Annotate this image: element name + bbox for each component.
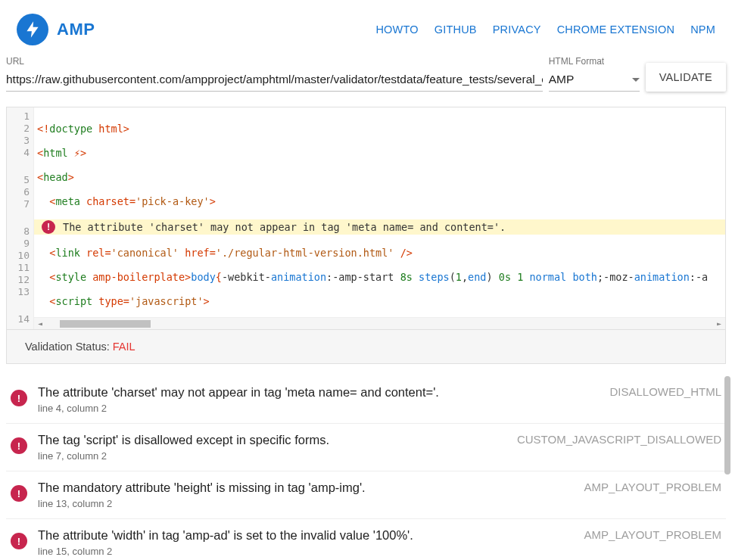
url-field-group: URL [6, 56, 543, 92]
error-location: line 4, column 2 [38, 403, 721, 414]
code-editor[interactable]: 1 2 3 4 5 6 7 8 9 10 11 12 13 14 <!docty… [6, 107, 726, 330]
error-location: line 7, column 2 [38, 450, 721, 462]
scrollbar-thumb[interactable] [60, 320, 151, 328]
error-item[interactable]: ! The attribute 'charset' may not appear… [6, 376, 726, 424]
error-icon: ! [11, 533, 27, 549]
dropdown-icon [632, 78, 640, 82]
error-message: The attribute 'width' in tag 'amp-ad' is… [38, 528, 413, 543]
amp-logo-icon [17, 14, 48, 45]
scroll-left-icon[interactable]: ◄ [34, 319, 46, 328]
validation-status: Validation Status: FAIL [6, 330, 726, 364]
code-area[interactable]: <!doctype html> <html ⚡> <head> <meta ch… [34, 107, 725, 329]
nav-privacy[interactable]: PRIVACY [493, 23, 541, 36]
logo-area: AMP [17, 14, 95, 45]
nav-howto[interactable]: HOWTO [375, 23, 418, 36]
scroll-right-icon[interactable]: ► [713, 319, 725, 328]
brand-text: AMP [57, 20, 95, 39]
error-icon: ! [42, 220, 55, 234]
status-label: Validation Status: [25, 341, 113, 353]
inline-error: !The attribute 'charset' may not appear … [34, 219, 725, 235]
header: AMP HOWTO GITHUB PRIVACY CHROME EXTENSIO… [0, 0, 732, 56]
horizontal-scrollbar[interactable]: ◄ ► [34, 317, 725, 329]
gutter: 1 2 3 4 5 6 7 8 9 10 11 12 13 14 [7, 107, 34, 329]
nav-chrome-extension[interactable]: CHROME EXTENSION [557, 23, 674, 36]
error-list: ! The attribute 'charset' may not appear… [6, 376, 726, 560]
url-label: URL [6, 56, 543, 67]
error-message: The mandatory attribute 'height' is miss… [38, 481, 366, 495]
error-code: AMP_LAYOUT_PROBLEM [584, 528, 721, 541]
url-input[interactable] [6, 68, 543, 92]
format-value: AMP [549, 73, 575, 86]
format-select-group: HTML Format AMP [549, 56, 640, 92]
error-code: DISALLOWED_HTML [609, 385, 721, 398]
error-icon: ! [11, 437, 27, 454]
error-item[interactable]: ! The mandatory attribute 'height' is mi… [6, 471, 726, 519]
vertical-scrollbar[interactable] [721, 376, 732, 560]
error-icon: ! [11, 390, 27, 406]
nav-npm[interactable]: NPM [690, 23, 715, 36]
error-icon: ! [11, 485, 27, 502]
status-value: FAIL [113, 341, 135, 353]
format-select[interactable]: AMP [549, 68, 640, 92]
scrollbar-thumb[interactable] [724, 376, 730, 474]
error-message: The attribute 'charset' may not appear i… [38, 385, 439, 400]
error-location: line 15, column 2 [38, 546, 721, 557]
controls-row: URL HTML Format AMP VALIDATE [0, 56, 732, 92]
nav-links: HOWTO GITHUB PRIVACY CHROME EXTENSION NP… [375, 23, 715, 36]
format-label: HTML Format [549, 56, 640, 67]
validate-button[interactable]: VALIDATE [646, 63, 726, 92]
error-item[interactable]: ! The tag 'script' is disallowed except … [6, 424, 726, 471]
error-item[interactable]: ! The attribute 'width' in tag 'amp-ad' … [6, 519, 726, 560]
error-message: The tag 'script' is disallowed except in… [38, 433, 329, 447]
nav-github[interactable]: GITHUB [435, 23, 477, 36]
error-location: line 13, column 2 [38, 498, 721, 509]
error-code: AMP_LAYOUT_PROBLEM [584, 481, 721, 493]
error-code: CUSTOM_JAVASCRIPT_DISALLOWED [517, 433, 721, 446]
